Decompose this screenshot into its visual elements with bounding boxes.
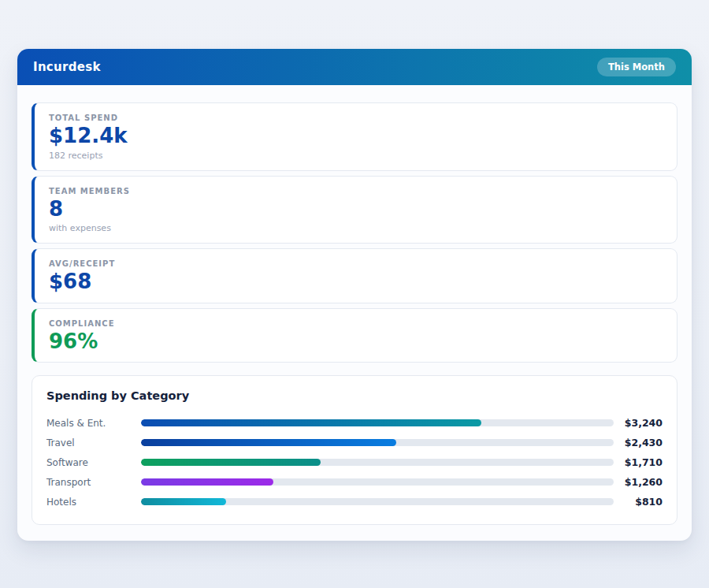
- chart-row-meals: Meals & Ent. $3,240: [46, 413, 663, 433]
- chart-row-transport: Transport $1,260: [46, 472, 663, 492]
- stat-value: 96%: [49, 330, 663, 353]
- stat-subtext: with expenses: [49, 223, 663, 233]
- category-value: $3,240: [614, 417, 663, 429]
- stat-card-total-spend: TOTAL SPEND $12.4k 182 receipts: [32, 102, 677, 171]
- spending-by-category-chart: Spending by Category Meals & Ent. $3,240…: [32, 375, 677, 525]
- dashboard-body: TOTAL SPEND $12.4k 182 receipts TEAM MEM…: [17, 85, 692, 541]
- stat-label: TOTAL SPEND: [49, 114, 663, 122]
- stat-value: $12.4k: [49, 125, 663, 147]
- chart-row-hotels: Hotels $810: [46, 492, 663, 512]
- bar-track: [141, 419, 614, 426]
- stat-card-team-members: TEAM MEMBERS 8 with expenses: [32, 176, 677, 244]
- stat-card-compliance: COMPLIANCE 96%: [32, 308, 677, 363]
- app-title: Incurdesk: [33, 60, 101, 74]
- category-label: Hotels: [46, 497, 141, 508]
- stat-value: 8: [49, 198, 663, 221]
- bar-track: [141, 459, 614, 466]
- category-value: $1,710: [614, 456, 663, 468]
- bar-track: [141, 478, 614, 486]
- stat-label: TEAM MEMBERS: [49, 187, 663, 195]
- stat-label: AVG/RECEIPT: [49, 259, 663, 268]
- category-value: $810: [614, 496, 663, 508]
- bar-track: [141, 439, 614, 446]
- category-value: $2,430: [614, 437, 663, 448]
- bar-fill: [141, 498, 226, 505]
- chart-title: Spending by Category: [46, 389, 663, 402]
- bar-fill: [141, 419, 481, 426]
- stat-card-avg-receipt: AVG/RECEIPT $68: [32, 248, 677, 303]
- bar-fill: [141, 478, 273, 486]
- stat-subtext: 182 receipts: [49, 151, 663, 161]
- app-header: Incurdesk This Month: [17, 49, 692, 85]
- stat-label: COMPLIANCE: [49, 319, 663, 328]
- category-label: Software: [46, 457, 141, 468]
- category-label: Travel: [46, 437, 141, 448]
- bar-fill: [141, 459, 321, 466]
- chart-row-travel: Travel $2,430: [46, 433, 663, 452]
- category-label: Meals & Ent.: [46, 418, 141, 429]
- category-label: Transport: [46, 477, 141, 488]
- dashboard-card: Incurdesk This Month TOTAL SPEND $12.4k …: [17, 49, 692, 541]
- stat-value: $68: [49, 270, 663, 293]
- bar-track: [141, 498, 614, 505]
- period-badge[interactable]: This Month: [597, 58, 676, 76]
- category-value: $1,260: [614, 476, 663, 488]
- chart-row-software: Software $1,710: [46, 452, 663, 472]
- bar-fill: [141, 439, 396, 446]
